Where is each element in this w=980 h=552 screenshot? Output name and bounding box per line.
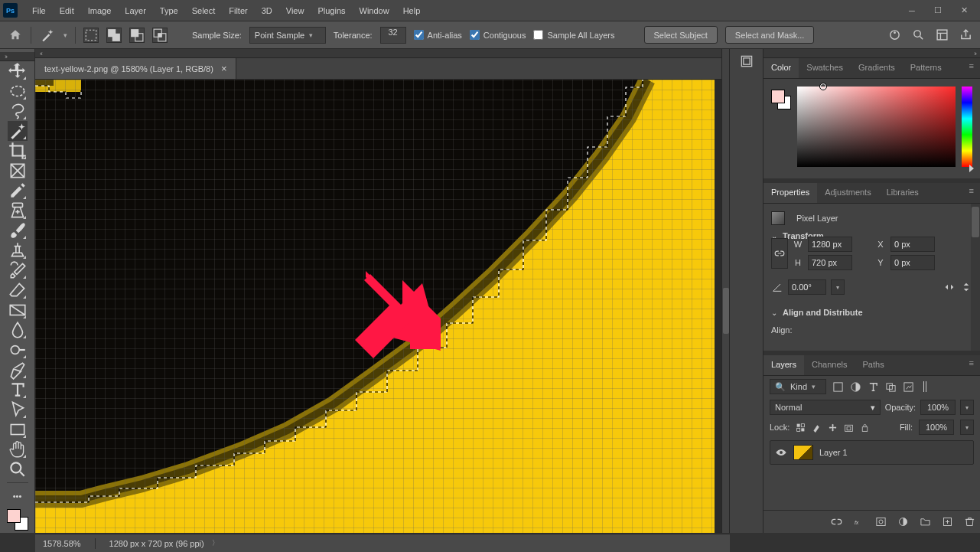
layer-thumbnail[interactable] [793,445,813,460]
filter-toggle[interactable] [923,381,926,392]
menu-file[interactable]: File [25,2,53,20]
adjustment-layer-icon[interactable] [897,516,909,528]
angle-dropdown[interactable]: ▾ [831,279,845,295]
window-maximize[interactable]: ☐ [925,2,951,20]
menu-plugins[interactable]: Plugins [311,2,352,20]
flip-horizontal-icon[interactable] [943,281,956,293]
move-tool[interactable] [8,61,28,81]
opacity-input[interactable]: 100% [920,400,956,415]
layer-row[interactable]: Layer 1 [770,440,974,465]
frame-tool[interactable] [8,161,28,181]
lock-image-icon[interactable] [812,423,822,433]
edit-toolbar[interactable]: ••• [8,486,28,506]
pen-tool[interactable] [8,360,28,380]
search-icon[interactable] [912,28,925,41]
workspace-icon[interactable] [936,28,949,41]
height-input[interactable] [808,255,852,270]
magic-wand-tool[interactable] [8,121,28,141]
canvas[interactable] [35,80,721,533]
opacity-caret[interactable]: ▾ [960,400,974,415]
hand-tool[interactable] [8,439,28,459]
tab-channels[interactable]: Channels [804,355,855,375]
anti-alias-checkbox[interactable]: Anti-alias [414,30,462,40]
subtract-selection-icon[interactable] [129,28,145,43]
close-tab-icon[interactable]: × [221,63,227,74]
share-icon[interactable] [959,28,972,41]
marquee-tool[interactable] [8,81,28,101]
magic-wand-tool-icon[interactable] [39,28,56,43]
tab-adjustments[interactable]: Adjustments [817,183,879,203]
align-section[interactable]: ⌄Align and Distribute [771,305,972,320]
mask-icon[interactable] [875,516,887,528]
type-tool[interactable] [8,380,28,400]
x-input[interactable] [890,237,935,252]
group-icon[interactable] [920,516,931,528]
brush-tool[interactable] [8,220,28,240]
tab-gradients[interactable]: Gradients [851,58,903,78]
shape-tool[interactable] [8,420,28,439]
saturation-value-field[interactable] [797,87,956,167]
healing-brush-tool[interactable] [8,201,28,220]
sample-all-layers-checkbox[interactable]: Sample All Layers [533,30,614,40]
link-layers-icon[interactable] [831,516,842,528]
window-minimize[interactable]: ─ [899,2,925,20]
menu-filter[interactable]: Filter [222,2,254,20]
width-input[interactable] [808,237,852,252]
color-picker[interactable] [763,79,980,178]
new-layer-icon[interactable] [942,516,953,528]
color-panel-menu-icon[interactable]: ≡ [963,58,980,78]
home-icon[interactable] [8,28,23,42]
blend-mode-select[interactable]: Normal▾ [770,400,881,415]
menu-select[interactable]: Select [185,2,223,20]
gradient-tool[interactable] [8,300,28,320]
eraser-tool[interactable] [8,280,28,300]
tab-properties[interactable]: Properties [763,183,817,203]
eyedropper-tool[interactable] [8,181,28,201]
lasso-tool[interactable] [8,101,28,121]
y-input[interactable] [890,255,935,270]
hue-slider[interactable] [962,87,972,167]
cloud-docs-icon[interactable] [888,28,901,41]
menu-window[interactable]: Window [353,2,396,20]
tab-color[interactable]: Color [763,58,799,78]
fx-icon[interactable]: fx [853,516,864,528]
tab-libraries[interactable]: Libraries [879,183,926,203]
select-subject-button[interactable]: Select Subject [644,26,718,44]
sample-size-select[interactable]: Point Sample▾ [249,27,326,44]
layer-name[interactable]: Layer 1 [819,448,848,457]
path-select-tool[interactable] [8,400,28,420]
fill-caret[interactable]: ▾ [960,420,974,435]
canvas-scrollbar[interactable] [721,49,729,533]
filter-type-icon[interactable] [868,381,879,393]
menu-edit[interactable]: Edit [53,2,81,20]
document-tab[interactable]: text-yellow-2.png @ 1580% (Layer 1, RGB/… [35,58,236,79]
dodge-tool[interactable] [8,340,28,360]
color-fg-bg[interactable] [771,90,791,109]
properties-scrollbar[interactable] [971,204,980,351]
select-and-mask-button[interactable]: Select and Mask... [725,26,815,44]
filter-smart-icon[interactable] [903,381,914,393]
lock-transparent-icon[interactable] [796,423,806,433]
filter-shape-icon[interactable] [885,381,897,393]
lock-all-icon[interactable] [860,423,870,433]
menu-help[interactable]: Help [396,2,428,20]
history-brush-tool[interactable] [8,260,28,280]
lock-nested-icon[interactable] [844,423,854,433]
menu-type[interactable]: Type [153,2,185,20]
menu-3d[interactable]: 3D [255,2,279,20]
angle-input[interactable] [788,279,826,295]
layers-panel-menu-icon[interactable]: ≡ [963,355,980,375]
new-selection-icon[interactable] [83,28,99,43]
filter-adjust-icon[interactable] [850,381,861,393]
layer-kind-filter[interactable]: 🔍Kind▾ [770,379,826,394]
visibility-icon[interactable] [775,448,787,457]
window-close[interactable]: ✕ [951,2,977,20]
add-selection-icon[interactable] [106,28,122,43]
menu-view[interactable]: View [279,2,311,20]
intersect-selection-icon[interactable] [152,28,168,43]
crop-tool[interactable] [8,141,28,161]
fill-input[interactable]: 100% [919,420,954,435]
tolerance-input[interactable]: 32 [380,27,406,44]
menu-layer[interactable]: Layer [118,2,153,20]
zoom-tool[interactable] [8,459,28,479]
